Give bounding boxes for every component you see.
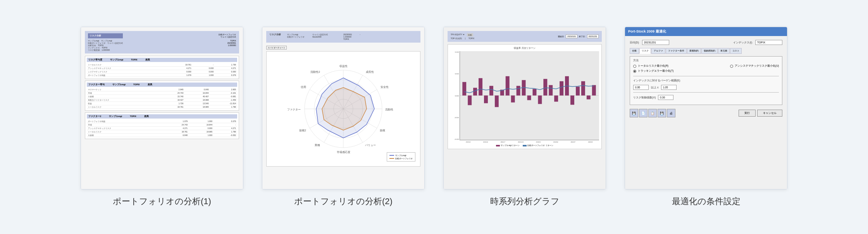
svg-rect-34 <box>479 78 482 96</box>
svg-rect-52 <box>576 87 580 96</box>
svg-text:業種: 業種 <box>315 144 320 146</box>
svg-rect-55 <box>592 85 596 96</box>
tab-unit[interactable]: 単元株 <box>718 48 730 54</box>
s4-range-to-input[interactable]: 1.05 <box>661 85 677 90</box>
tab-stock[interactable]: 個銘柄制約 <box>701 48 718 54</box>
radio-unsystematic[interactable] <box>730 65 733 68</box>
svg-rect-37 <box>495 96 499 107</box>
legend-line-color <box>523 145 527 146</box>
s4-icon-group: 💾 📄 📋 💾 🖨 <box>630 109 675 117</box>
svg-rect-53 <box>581 81 585 96</box>
svg-rect-49 <box>560 81 563 96</box>
radio-total[interactable] <box>633 65 636 68</box>
svg-text:流動性: 流動性 <box>385 108 393 111</box>
icon-btn-save2[interactable]: 💾 <box>658 109 666 117</box>
gallery-item-timeseries: TPX-EQUITY ▼ 比較 TOP-日次(D)|TOPIX 開始日:2021… <box>443 27 606 207</box>
s4-tabs: 全般 リスク アルファ ファクター条件 業種制約 個銘柄制約 単元株 コスト <box>630 48 782 54</box>
svg-rect-36 <box>489 86 493 96</box>
screenshot-optimization: Port-Stock 2009 最適化 日付(D) 20231231 インデック… <box>625 27 787 189</box>
s4-range-to-label: 以上 ≦ <box>651 86 659 89</box>
s3-chart-title: 収益率 月次リターン <box>450 47 599 50</box>
icon-btn-print[interactable]: 🖨 <box>667 109 675 117</box>
svg-text:バリュー: バリュー <box>365 144 376 146</box>
screenshot-timeseries: TPX-EQUITY ▼ 比較 TOP-日次(D)|TOPIX 開始日:2021… <box>443 27 606 189</box>
radio-label-unsystematic: アンシステマチックリスク最小化(U) <box>735 64 779 68</box>
svg-rect-32 <box>468 96 472 105</box>
s1-section3-title: ファクター2 <box>88 115 101 118</box>
s1-section2-title: ファクター寄与 <box>88 83 105 86</box>
s4-date-input[interactable]: 20231231 <box>642 40 669 45</box>
svg-rect-46 <box>543 79 547 96</box>
s4-index-range-label: インデックスに対するバーゲン範囲(E) <box>633 79 680 83</box>
s4-footer: 💾 📄 📋 💾 🖨 実行 キャンセル <box>630 109 782 117</box>
s4-btn-group: 実行 キャンセル <box>739 110 782 117</box>
svg-rect-39 <box>506 76 510 96</box>
svg-text:成長性: 成長性 <box>366 71 374 73</box>
gallery-item-analysis2: リスク分析 サンプルmgt 比較ポートフォリオ ウェイト設定方式 Stock20… <box>262 27 425 207</box>
s4-risk-input[interactable]: 0.30 <box>658 95 673 100</box>
caption-analysis1: ポートフォリオの分析(1) <box>113 196 211 207</box>
radio-label-tracking: トラッキングエラー最小化(T) <box>638 69 673 73</box>
svg-rect-35 <box>484 96 488 103</box>
svg-rect-51 <box>570 96 574 105</box>
s4-title-bar: Port-Stock 2009 最適化 <box>625 27 787 36</box>
svg-text:規模: 規模 <box>380 129 385 132</box>
icon-btn-save1[interactable]: 💾 <box>630 109 638 117</box>
cancel-button[interactable]: キャンセル <box>757 110 782 117</box>
radio-row-total[interactable]: トータルリスク最小化(R) アンシステマチックリスク最小化(U) <box>633 64 779 68</box>
svg-rect-40 <box>511 96 515 103</box>
svg-rect-43 <box>527 96 531 100</box>
legend-line-label: 比較ポートフォリオ リターン <box>527 145 553 146</box>
tab-alpha[interactable]: アルファ <box>651 48 665 54</box>
s4-method-label: 方法 <box>633 59 779 62</box>
s4-risk-label: リスク制御係数(V) <box>633 96 656 100</box>
tab-industry[interactable]: 業種制約 <box>687 48 701 54</box>
svg-text:収益性: 収益性 <box>339 65 348 67</box>
svg-rect-41 <box>517 86 520 96</box>
svg-text:流動性2: 流動性2 <box>310 71 320 73</box>
svg-rect-47 <box>549 85 553 96</box>
svg-text:安全性: 安全性 <box>381 86 389 88</box>
tab-risk[interactable]: リスク <box>639 48 651 54</box>
caption-timeseries: 時系列分析グラフ <box>490 196 560 207</box>
screenshot-analysis2: リスク分析 サンプルmgt 比較ポートフォリオ ウェイト設定方式 Stock20… <box>262 27 425 189</box>
svg-rect-31 <box>462 82 466 96</box>
svg-text:市場感応度: 市場感応度 <box>337 151 350 154</box>
s4-index-label: インデックス(I) <box>733 41 752 45</box>
gallery-item-optimization: Port-Stock 2009 最適化 日付(D) 20231231 インデック… <box>625 27 787 207</box>
s1-title: リスク分析 <box>88 33 123 38</box>
legend-bar-label: サンプルmgt リターン <box>501 145 520 146</box>
legend-bar-color <box>496 145 500 146</box>
svg-rect-48 <box>554 96 558 102</box>
caption-optimization: 最適化の条件設定 <box>672 196 741 207</box>
icon-btn-clip[interactable]: 📋 <box>648 109 657 117</box>
radio-tracking[interactable] <box>633 70 636 73</box>
gallery: リスク分析 サンプルmgt:サンプルmgt 比較ポートフォリオ:ウェイト設定方式… <box>50 11 818 223</box>
caption-analysis2: ポートフォリオの分析(2) <box>294 196 393 207</box>
svg-rect-45 <box>538 96 542 104</box>
svg-rect-44 <box>532 89 536 96</box>
s4-index-range-row: インデックスに対するバーゲン範囲(E) <box>633 79 779 83</box>
radio-label-total: トータルリスク最小化(R) <box>638 64 668 68</box>
tab-cost[interactable]: コスト <box>730 48 742 54</box>
gallery-item-analysis1: リスク分析 サンプルmgt:サンプルmgt 比較ポートフォリオ:ウェイト設定方式… <box>81 27 243 207</box>
s4-date-label: 日付(D) <box>630 41 639 45</box>
s4-radio-group: トータルリスク最小化(R) アンシステマチックリスク最小化(U) トラッキングエ… <box>633 64 779 73</box>
radio-row-tracking[interactable]: トラッキングエラー最小化(T) <box>633 69 779 73</box>
svg-text:ファクター: ファクター <box>287 108 301 111</box>
s4-index-input[interactable]: TOPIX <box>755 40 782 45</box>
screenshot-analysis1: リスク分析 サンプルmgt:サンプルmgt 比較ポートフォリオ:ウェイト設定方式… <box>81 27 243 189</box>
tab-all[interactable]: 全般 <box>630 48 639 54</box>
svg-rect-54 <box>587 96 591 100</box>
s4-range-from-input[interactable]: 0.95 <box>633 85 649 90</box>
icon-btn-doc[interactable]: 📄 <box>639 109 648 117</box>
tab-factor[interactable]: ファクター条件 <box>666 48 687 54</box>
execute-button[interactable]: 実行 <box>739 110 756 117</box>
s1-section1-title: リスク寄与度 <box>88 58 102 61</box>
radar-chart: 収益性 成長性 安全性 流動性 規模 バリュー 市場感応度 業種 規模2 ファク… <box>281 55 405 163</box>
svg-text:規模2: 規模2 <box>299 129 306 132</box>
timeseries-chart-svg <box>460 51 599 140</box>
svg-text:信用: 信用 <box>301 86 306 88</box>
